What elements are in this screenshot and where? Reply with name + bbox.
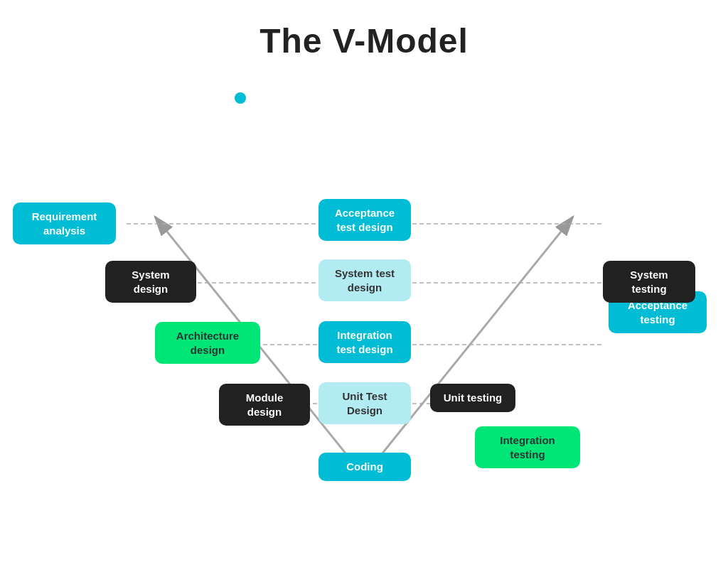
- box-integration-testing: Integration testing: [475, 426, 580, 468]
- diagram-container: Requirement analysis System design Archi…: [0, 71, 728, 554]
- box-system-design: System design: [105, 261, 196, 303]
- box-architecture-design: Architecture design: [155, 322, 260, 364]
- box-system-test-design: System test design: [318, 259, 411, 301]
- box-requirement-analysis: Requirement analysis: [13, 203, 116, 244]
- box-system-testing: System testing: [603, 261, 695, 303]
- box-unit-testing: Unit testing: [430, 384, 515, 412]
- box-unit-test-design: Unit Test Design: [318, 382, 411, 424]
- page-title: The V-Model: [0, 0, 728, 60]
- box-integration-test-design: Integration test design: [318, 321, 411, 363]
- box-module-design: Module design: [219, 384, 310, 426]
- box-acceptance-test-design: Acceptance test design: [318, 199, 411, 241]
- box-coding: Coding: [318, 453, 411, 481]
